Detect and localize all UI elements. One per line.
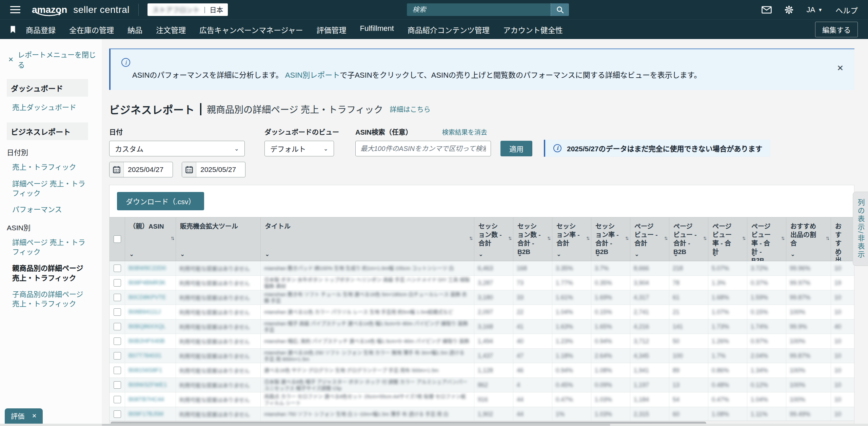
details-link[interactable]: 詳細はこちら: [390, 104, 430, 114]
column-filter-chevron-icon[interactable]: ⌄: [835, 251, 840, 258]
metric-value: 100%: [790, 367, 805, 374]
opportunity-tool-text: 利用可能な提案はありません: [179, 279, 250, 287]
row-checkbox[interactable]: [114, 337, 121, 345]
nav-item-全在庫の管理[interactable]: 全在庫の管理: [69, 24, 114, 35]
nav-item-広告キャンペーンマネージャー[interactable]: 広告キャンペーンマネージャー: [199, 24, 303, 35]
messages-envelope-icon[interactable]: [762, 6, 772, 14]
nav-item-Fulfillment[interactable]: Fulfillment: [360, 24, 394, 35]
nav-item-納品[interactable]: 納品: [127, 24, 142, 35]
sidebar-item[interactable]: 売上・トラフィック: [0, 159, 102, 175]
asin-link[interactable]: B0BW9C22D0: [129, 265, 166, 272]
edit-button[interactable]: 編集する: [815, 22, 858, 37]
column-filter-chevron-icon[interactable]: ⌄: [517, 251, 522, 258]
settings-gear-icon[interactable]: [785, 5, 793, 14]
end-date-input[interactable]: 2025/05/27: [182, 162, 245, 177]
page-horizontal-scrollbar[interactable]: [0, 424, 868, 426]
seller-central-logo[interactable]: amazon seller central: [32, 4, 130, 15]
asin-link[interactable]: B0BQ86XXQL: [129, 323, 166, 330]
column-filter-chevron-icon[interactable]: ⌄: [790, 251, 795, 258]
metric-cell: 1.63%: [552, 320, 591, 334]
storefront-selector[interactable]: ストアフロント | 日本: [147, 3, 228, 16]
hamburger-menu-icon[interactable]: [10, 6, 20, 13]
asin-link[interactable]: B08156S8F1: [129, 367, 162, 374]
nav-item-商品登録[interactable]: 商品登録: [26, 24, 56, 35]
scrollbar-thumb[interactable]: [102, 424, 610, 426]
sidebar-item[interactable]: 詳細ページ 売上・トラフィック: [0, 234, 102, 260]
help-link[interactable]: ヘルプ: [835, 4, 858, 15]
language-selector[interactable]: JA ▼: [806, 5, 823, 14]
sort-icon[interactable]: ↑↓: [664, 234, 667, 241]
sidebar-item[interactable]: 詳細ページ 売上・トラフィック: [0, 176, 102, 202]
column-filter-chevron-icon[interactable]: ⌄: [595, 251, 600, 258]
column-filter-chevron-icon[interactable]: ⌄: [673, 251, 678, 258]
sidebar-item-active[interactable]: 親商品別の詳細ページ 売上・トラフィック: [0, 260, 102, 286]
asin-link[interactable]: B07T784031: [129, 352, 161, 359]
nav-item-評価管理[interactable]: 評価管理: [316, 24, 346, 35]
nav-item-商品紹介コンテンツ管理[interactable]: 商品紹介コンテンツ管理: [408, 24, 490, 35]
close-report-menu[interactable]: ✕ レポートメニューを閉じる: [0, 39, 102, 72]
download-csv-button[interactable]: ダウンロード（.csv）: [117, 192, 204, 210]
column-filter-chevron-icon[interactable]: ⌄: [265, 251, 270, 258]
column-filter-chevron-icon[interactable]: ⌄: [712, 251, 717, 258]
row-checkbox[interactable]: [114, 381, 121, 389]
sort-icon[interactable]: ↑↓: [625, 234, 628, 241]
metric-cell: 3,904: [630, 276, 669, 290]
bookmark-icon[interactable]: [10, 25, 16, 34]
search-input[interactable]: [407, 3, 551, 16]
asin-link[interactable]: B0CD8KPVTE: [129, 294, 166, 301]
row-checkbox[interactable]: [114, 410, 121, 418]
date-range-select[interactable]: カスタム ⌄: [109, 141, 245, 156]
sort-icon[interactable]: ↑↓: [742, 234, 745, 241]
select-all-checkbox[interactable]: [114, 235, 121, 243]
asin-link[interactable]: B08TB7HC44: [129, 396, 164, 403]
row-checkbox[interactable]: [114, 396, 121, 403]
feedback-close-icon[interactable]: ✕: [32, 412, 37, 420]
sidebar-item[interactable]: 売上ダッシュボード: [0, 99, 102, 116]
metric-cell: 10: [831, 392, 854, 407]
asin-link[interactable]: B08P4BMR3K: [129, 279, 166, 286]
asin-link[interactable]: B08B94111J: [129, 309, 161, 315]
asin-link[interactable]: B09F17BJ5M: [129, 411, 163, 418]
sort-icon[interactable]: ↑↓: [171, 234, 173, 241]
clear-search-link[interactable]: 検索結果を消去: [442, 127, 487, 136]
row-checkbox[interactable]: [114, 279, 121, 287]
row-checkbox[interactable]: [114, 265, 121, 272]
column-filter-chevron-icon[interactable]: ⌄: [478, 251, 483, 258]
sort-icon[interactable]: ↑↓: [547, 234, 550, 241]
feedback-tab[interactable]: 評価 ✕: [5, 408, 43, 424]
asin-link[interactable]: B0B2HPX40B: [129, 338, 165, 345]
sort-icon[interactable]: ↑↓: [826, 234, 828, 241]
column-header: おすすめ出品の割合↑↓⌄: [786, 217, 831, 261]
row-checkbox[interactable]: [114, 294, 121, 301]
nav-item-注文管理[interactable]: 注文管理: [156, 24, 186, 35]
start-date-input[interactable]: 2025/04/27: [109, 162, 173, 177]
column-visibility-toggle[interactable]: 列の表示/非表示: [853, 192, 868, 266]
column-filter-chevron-icon[interactable]: ⌄: [129, 251, 134, 258]
apply-button[interactable]: 適用: [500, 141, 532, 156]
column-filter-chevron-icon[interactable]: ⌄: [556, 251, 561, 258]
row-checkbox[interactable]: [114, 323, 121, 330]
asin-cell: B09F17BJ5M: [125, 407, 176, 421]
asin-search-input[interactable]: [355, 141, 491, 156]
row-checkbox[interactable]: [114, 367, 121, 374]
column-filter-chevron-icon[interactable]: ⌄: [751, 251, 756, 258]
sort-icon[interactable]: ↑↓: [781, 234, 784, 241]
dashboard-view-select[interactable]: デフォルト ⌄: [264, 141, 334, 156]
column-filter-chevron-icon[interactable]: ⌄: [634, 251, 639, 258]
row-checkbox[interactable]: [114, 308, 121, 316]
asin-link[interactable]: B09W3ZFWE1: [129, 382, 167, 388]
sort-icon[interactable]: ↑↓: [508, 234, 511, 241]
metric-value: 44: [517, 396, 524, 403]
asin-report-link[interactable]: ASIN別レポート: [285, 71, 340, 79]
sort-icon[interactable]: ↑↓: [586, 234, 589, 241]
column-filter-chevron-icon[interactable]: ⌄: [180, 251, 185, 258]
search-button[interactable]: [551, 3, 569, 16]
sort-icon[interactable]: ↑↓: [469, 234, 472, 241]
row-checkbox-cell: [110, 378, 125, 392]
sidebar-item[interactable]: 子商品別の詳細ページ 売上・トラフィック: [0, 286, 102, 312]
sort-icon[interactable]: ↑↓: [703, 234, 706, 241]
sidebar-item[interactable]: パフォーマンス: [0, 201, 102, 218]
banner-close-icon[interactable]: ✕: [837, 63, 844, 73]
row-checkbox[interactable]: [114, 352, 121, 360]
nav-item-アカウント健全性[interactable]: アカウント健全性: [503, 24, 563, 35]
